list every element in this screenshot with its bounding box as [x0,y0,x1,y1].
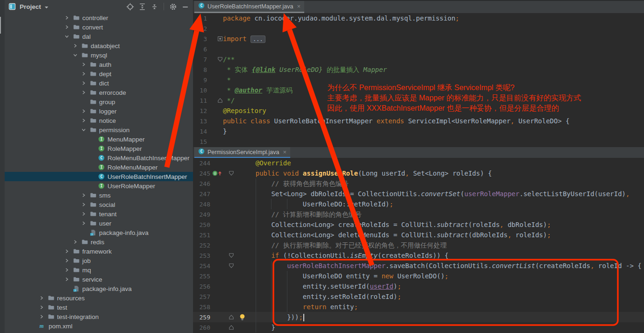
tree-item-auth[interactable]: auth [5,60,193,69]
locate-icon[interactable] [126,3,134,11]
tree-item-userrolemapper[interactable]: IUserRoleMapper [5,181,193,191]
tree-item-errorcode[interactable]: errorcode [5,88,193,97]
code-line-14[interactable]: 14} [193,126,644,136]
chevron-right-icon[interactable] [81,62,86,67]
fold-down-icon[interactable] [229,170,234,176]
chevron-right-icon[interactable] [81,212,86,216]
code-line-254[interactable]: 254userRoleBatchInsertMapper.saveBatch(C… [193,261,644,271]
chevron-right-icon[interactable] [64,268,69,272]
tree-item-user[interactable]: user [5,219,193,228]
code-line-257[interactable]: 257entity.setRoleId(roleId); [193,291,644,302]
code-line-3[interactable]: 3import ... [193,34,644,44]
tree-item-test-integration[interactable]: test-integration [5,312,193,321]
tree-item-tenant[interactable]: tenant [5,209,193,219]
fold-down-icon[interactable] [229,253,234,258]
tree-item-notice[interactable]: notice [5,116,193,125]
chevron-right-icon[interactable] [81,193,86,198]
code-line-13[interactable]: 13public class UserRoleBatchInsertMapper… [193,116,644,126]
tree-item-pom-xml[interactable]: mpom.xml [5,321,193,331]
chevron-down-icon[interactable] [81,128,86,132]
close-icon[interactable]: × [297,3,301,9]
tree-item-sms[interactable]: sms [5,191,193,200]
tree-item-group[interactable]: group [5,97,193,106]
code-line-259[interactable]: 259})); [193,312,644,322]
code-line-1[interactable]: 1package cn.iocoder.yudao.module.system.… [193,13,644,23]
tree-item-social[interactable]: social [5,200,193,209]
code-line-248[interactable]: 248UserRoleDO::getRoleId); [193,199,644,209]
tree-item-controller[interactable]: controller [5,13,193,22]
project-panel-title[interactable]: Project [20,3,41,10]
tree-item-mysql[interactable]: mysql [5,50,193,60]
editor-bottom-code[interactable]: 244@Override245Opublic void assignUserRo… [193,158,644,333]
tree-item-test[interactable]: test [5,303,193,312]
chevron-right-icon[interactable] [81,202,86,207]
code-line-256[interactable]: 256entity.setUserId(userId); [193,281,644,291]
code-line-247[interactable]: 247Set<Long> dbRoleIds = CollectionUtils… [193,189,644,199]
tree-item-service[interactable]: service [5,275,193,284]
fold-up-icon[interactable] [229,325,234,330]
tree-item-convert[interactable]: convert [5,22,193,32]
chevron-right-icon[interactable] [81,90,86,95]
settings-icon[interactable] [169,3,177,11]
code-line-249[interactable]: 249// 计算新增和删除的角色编号 [193,209,644,220]
code-line-6[interactable]: 6 [193,44,644,54]
tree-item-dataobject[interactable]: dataobject [5,41,193,50]
tab-permissionserviceimpl-java[interactable]: C PermissionServiceImpl.java × [194,147,290,158]
chevron-right-icon[interactable] [39,296,44,300]
fold-up-icon[interactable] [217,98,223,103]
chevron-right-icon[interactable] [64,15,69,20]
tree-item-rolemenumapper[interactable]: IRoleMenuMapper [5,163,193,172]
tree-item-resources[interactable]: resources [5,293,193,303]
code-line-253[interactable]: 253if (!CollectionUtil.isEmpty(createRol… [193,250,644,261]
code-line-246[interactable]: 246// 获得角色拥有角色编号 [193,178,644,189]
chevron-right-icon[interactable] [81,118,86,123]
code-line-15[interactable]: 15 [193,136,644,147]
fold-up-icon[interactable] [229,314,234,320]
code-line-251[interactable]: 251Collection<Long> deleteMenuIds = Coll… [193,230,644,240]
chevron-down-icon[interactable] [73,53,78,57]
chevron-right-icon[interactable] [81,221,86,226]
chevron-down-icon[interactable] [44,2,49,11]
tree-item-framework[interactable]: framework [5,247,193,256]
tree-item-dept[interactable]: dept [5,69,193,78]
chevron-right-icon[interactable] [64,258,69,263]
chevron-down-icon[interactable] [64,34,69,39]
code-line-258[interactable]: 258return entity; [193,302,644,312]
code-line-2[interactable]: 2 [193,23,644,34]
hide-icon[interactable] [181,3,189,11]
chevron-right-icon[interactable] [64,25,69,29]
fold-down-icon[interactable] [217,57,223,62]
code-line-245[interactable]: 245Opublic void assignUserRole(Long user… [193,168,644,178]
chevron-right-icon[interactable] [81,71,86,76]
code-line-244[interactable]: 244@Override [193,158,644,168]
chevron-right-icon[interactable] [39,314,44,319]
fold-plus-icon[interactable] [217,36,223,42]
chevron-right-icon[interactable] [73,43,78,48]
tree-item-dal[interactable]: dal [5,32,193,41]
collapse-all-icon[interactable] [150,3,158,11]
bulb-icon[interactable] [239,314,245,321]
tree-item-redis[interactable]: redis [5,237,193,247]
chevron-right-icon[interactable] [73,240,78,244]
editor-top-code[interactable]: 1package cn.iocoder.yudao.module.system.… [193,13,644,147]
chevron-right-icon[interactable] [64,249,69,254]
code-line-255[interactable]: 255UserRoleDO entity = new UserRoleDO(); [193,271,644,281]
tree-item-mq[interactable]: mq [5,265,193,275]
tree-item-menumapper[interactable]: IMenuMapper [5,135,193,144]
tree-item-rolemapper[interactable]: IRoleMapper [5,144,193,153]
tree-item-logger[interactable]: logger [5,106,193,116]
tree-item-job[interactable]: job [5,256,193,265]
tree-item-permission[interactable]: permission [5,125,193,135]
chevron-right-icon[interactable] [64,277,69,282]
code-line-250[interactable]: 250Collection<Long> createRoleIds = Coll… [193,220,644,230]
expand-all-icon[interactable] [138,3,146,11]
tree-item-package-info-java[interactable]: Jpackage-info.java [5,284,193,293]
code-line-8[interactable]: 8 * 实体 {@link UserRoleDO} 的批量插入 Mapper [193,64,644,75]
tree-item-dict[interactable]: dict [5,78,193,88]
close-icon[interactable]: × [283,149,287,155]
fold-down-icon[interactable] [229,263,234,269]
tree-item-userrolebatchinsertmapper[interactable]: CUserRoleBatchInsertMapper [5,172,193,181]
code-line-252[interactable]: 252// 执行新增和删除。对于已经授权的角色，不用做任何处理 [193,240,644,250]
chevron-right-icon[interactable] [81,81,86,85]
chevron-right-icon[interactable] [39,305,44,310]
